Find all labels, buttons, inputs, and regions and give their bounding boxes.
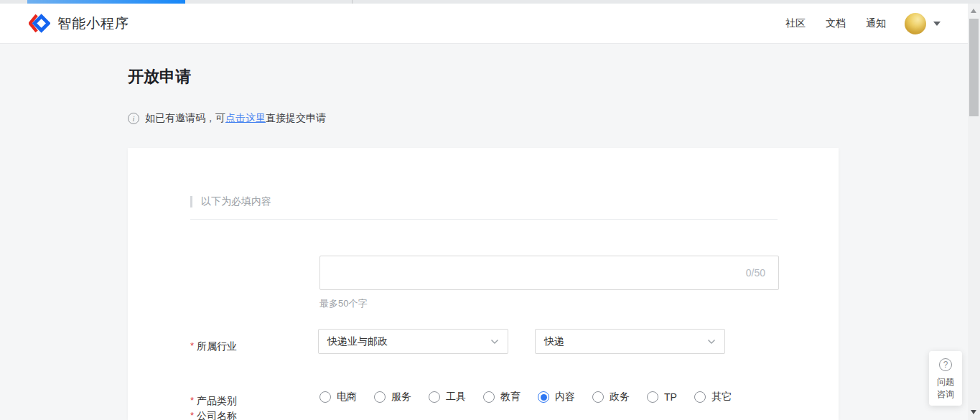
industry-secondary-value: 快递: [544, 335, 564, 348]
chevron-down-icon: [490, 339, 499, 345]
info-icon: i: [128, 113, 139, 124]
notice-suffix: 直接提交申请: [266, 112, 326, 123]
radio-label: 电商: [337, 391, 357, 403]
radio-label: 工具: [446, 391, 466, 403]
radio-ecommerce[interactable]: 电商: [319, 391, 357, 403]
company-name-input[interactable]: [320, 256, 778, 289]
scrollbar-thumb[interactable]: [969, 19, 979, 116]
radio-icon: [647, 391, 658, 403]
industry-label: *所属行业: [190, 340, 237, 353]
industry-secondary-select[interactable]: 快递: [535, 329, 725, 354]
radio-services[interactable]: 服务: [374, 391, 411, 403]
required-section-header: 以下为必填内容: [190, 195, 271, 208]
radio-content[interactable]: 内容: [538, 391, 575, 403]
section-divider: [190, 219, 778, 220]
help-text: 问题 咨询: [937, 376, 954, 401]
radio-icon: [374, 391, 386, 403]
app-header: 智能小程序 社区 文档 通知: [0, 4, 980, 44]
company-name-helper: 最多50个字: [319, 297, 367, 310]
radio-icon: [483, 391, 495, 403]
required-mark: *: [190, 340, 194, 351]
radio-tools[interactable]: 工具: [429, 391, 466, 403]
category-label-text: 产品类别: [197, 395, 237, 406]
industry-primary-select[interactable]: 快递业与邮政: [318, 329, 508, 354]
notice-text: 如已有邀请码，可点击这里直接提交申请: [145, 112, 326, 125]
logo-text: 智能小程序: [57, 14, 129, 33]
radio-label: 服务: [391, 391, 411, 403]
required-mark: *: [190, 410, 194, 420]
page-title: 开放申请: [128, 66, 191, 88]
radio-other[interactable]: 其它: [694, 391, 732, 403]
company-name-label-text: 公司名称: [197, 410, 237, 420]
nav-item-docs[interactable]: 文档: [826, 17, 846, 30]
help-text-line2: 咨询: [937, 389, 954, 399]
radio-icon: [429, 391, 440, 403]
vertical-scrollbar[interactable]: [968, 4, 980, 420]
chevron-down-icon: [933, 22, 941, 26]
app-logo[interactable]: 智能小程序: [29, 14, 129, 33]
radio-icon: [319, 391, 331, 403]
industry-label-text: 所属行业: [197, 340, 237, 352]
radio-label: 教育: [500, 391, 521, 403]
nav-item-notifications[interactable]: 通知: [866, 17, 886, 30]
user-menu[interactable]: [905, 13, 941, 34]
invite-code-notice: i 如已有邀请码，可点击这里直接提交申请: [128, 112, 326, 125]
application-form-card: 以下为必填内容 *公司名称 0/50 最多50个字 *所属行业 快递业与邮政 快…: [128, 148, 839, 420]
nav-item-community[interactable]: 社区: [785, 17, 806, 30]
logo-icon: [29, 14, 50, 33]
category-radio-group: 电商 服务 工具 教育 内容 政务 TP 其它: [319, 391, 732, 403]
avatar[interactable]: [905, 13, 926, 34]
radio-government[interactable]: 政务: [592, 391, 630, 403]
chevron-down-icon: [707, 339, 716, 345]
question-icon: ?: [939, 358, 952, 371]
required-mark: *: [190, 395, 194, 406]
scroll-up-arrow-icon[interactable]: [971, 9, 976, 13]
radio-label: 内容: [555, 391, 575, 403]
radio-icon-checked: [538, 391, 549, 403]
industry-primary-value: 快递业与邮政: [327, 335, 388, 348]
header-nav: 社区 文档 通知: [785, 17, 886, 30]
radio-label: 政务: [610, 391, 630, 403]
section-bar: [190, 196, 192, 207]
help-text-line1: 问题: [937, 377, 954, 387]
company-name-field: 0/50: [319, 256, 779, 290]
radio-label: 其它: [711, 391, 732, 403]
help-consult-button[interactable]: ? 问题 咨询: [929, 351, 962, 406]
radio-icon: [694, 391, 706, 403]
radio-education[interactable]: 教育: [483, 391, 521, 403]
notice-prefix: 如已有邀请码，可: [145, 112, 225, 123]
invite-code-link[interactable]: 点击这里: [225, 112, 266, 123]
radio-tp[interactable]: TP: [647, 391, 677, 403]
radio-icon: [592, 391, 604, 403]
section-title: 以下为必填内容: [201, 195, 271, 208]
company-name-label: *公司名称: [190, 410, 237, 420]
radio-label: TP: [664, 391, 677, 403]
scroll-down-arrow-icon[interactable]: [971, 410, 976, 414]
category-label: *产品类别: [190, 395, 237, 408]
